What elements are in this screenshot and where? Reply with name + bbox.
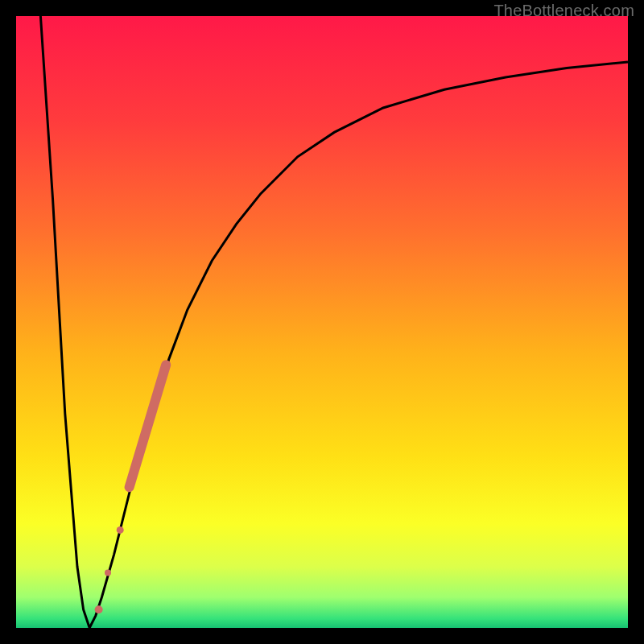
curve-layer <box>16 16 628 628</box>
plot-area <box>16 16 628 628</box>
bottleneck-curve <box>40 16 628 628</box>
marker-group <box>95 365 167 613</box>
chart-frame: TheBottleneck.com <box>0 0 644 644</box>
dot-low <box>105 570 111 576</box>
dot-mid <box>117 526 124 534</box>
dot-bottom <box>95 605 103 613</box>
attribution-text: TheBottleneck.com <box>493 2 634 20</box>
segment-thick <box>130 365 167 487</box>
